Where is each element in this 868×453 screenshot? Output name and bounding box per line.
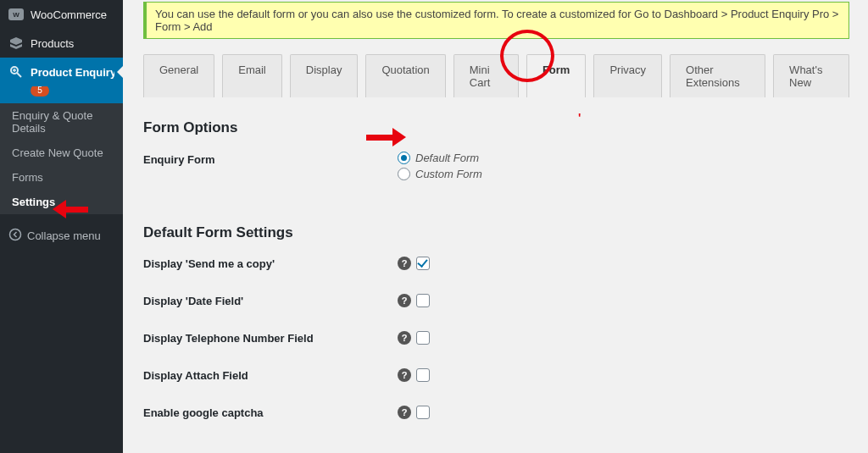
row-date-field: Display 'Date Field' ? bbox=[143, 294, 849, 307]
label-date-field: Display 'Date Field' bbox=[143, 295, 398, 307]
svg-line-3 bbox=[17, 73, 21, 77]
heading-default-form-settings: Default Form Settings bbox=[143, 224, 849, 241]
label-captcha: Enable google captcha bbox=[143, 406, 398, 419]
sidebar-sub-enquiry-details[interactable]: Enquiry & Quote Details bbox=[0, 103, 123, 141]
heading-form-options: Form Options bbox=[143, 119, 849, 136]
help-icon[interactable]: ? bbox=[398, 406, 411, 419]
tab-mini-cart[interactable]: Mini Cart bbox=[453, 54, 519, 97]
main-content: You can use the default form or you can … bbox=[123, 0, 868, 453]
sidebar-sub-settings[interactable]: Settings bbox=[0, 190, 123, 214]
checkbox-telephone-field[interactable] bbox=[416, 331, 430, 345]
checkbox-attach-field[interactable] bbox=[416, 368, 430, 382]
label-telephone-field: Display Telephone Number Field bbox=[143, 332, 398, 345]
sidebar-label: Products bbox=[31, 37, 74, 50]
collapse-label: Collapse menu bbox=[27, 229, 101, 242]
row-telephone-field: Display Telephone Number Field ? bbox=[143, 331, 849, 345]
radio-default-form[interactable] bbox=[398, 152, 410, 164]
row-google-captcha: Enable google captcha ? bbox=[143, 406, 849, 419]
row-attach-field: Display Attach Field ? bbox=[143, 368, 849, 382]
sidebar-label: Product Enquiry Pro bbox=[31, 66, 114, 79]
tab-quotation[interactable]: Quotation bbox=[365, 54, 445, 97]
radio-default-form-row[interactable]: Default Form bbox=[398, 152, 849, 164]
tab-display[interactable]: Display bbox=[290, 54, 359, 97]
help-icon[interactable]: ? bbox=[398, 331, 411, 345]
label-attach-field: Display Attach Field bbox=[143, 369, 398, 382]
help-icon[interactable]: ? bbox=[398, 294, 411, 307]
row-send-copy: Display 'Send me a copy' ? bbox=[143, 257, 849, 270]
sidebar-sub-forms[interactable]: Forms bbox=[0, 165, 123, 190]
annotation-mark: ' bbox=[578, 111, 581, 124]
row-enquiry-form: Enquiry Form Default Form Custom Form bbox=[143, 152, 849, 184]
tab-general[interactable]: General bbox=[143, 54, 214, 97]
radio-label: Default Form bbox=[415, 152, 479, 164]
collapse-menu-button[interactable]: Collapse menu bbox=[0, 221, 123, 251]
help-icon[interactable]: ? bbox=[398, 257, 411, 270]
sidebar-item-woocommerce[interactable]: W WooCommerce bbox=[0, 0, 123, 29]
admin-sidebar: W WooCommerce Products Product Enquiry P… bbox=[0, 0, 123, 453]
settings-tabs: General Email Display Quotation Mini Car… bbox=[143, 54, 849, 97]
notification-badge: 5 bbox=[31, 85, 49, 97]
tab-whats-new[interactable]: What's New bbox=[773, 54, 849, 97]
woocommerce-icon: W bbox=[8, 7, 24, 22]
svg-point-4 bbox=[10, 229, 21, 240]
checkbox-date-field[interactable] bbox=[416, 294, 430, 307]
radio-custom-form-row[interactable]: Custom Form bbox=[398, 168, 849, 180]
admin-screen: W WooCommerce Products Product Enquiry P… bbox=[0, 0, 868, 453]
products-icon bbox=[8, 36, 24, 51]
pep-icon bbox=[8, 64, 24, 80]
sidebar-label: WooCommerce bbox=[31, 8, 107, 21]
label-enquiry-form: Enquiry Form bbox=[143, 152, 398, 166]
tab-form[interactable]: Form bbox=[526, 54, 587, 97]
tab-other-extensions[interactable]: Other Extensions bbox=[670, 54, 765, 97]
radio-custom-form[interactable] bbox=[398, 168, 410, 180]
help-icon[interactable]: ? bbox=[398, 368, 411, 382]
radio-label: Custom Form bbox=[415, 168, 482, 180]
info-notice: You can use the default form or you can … bbox=[143, 2, 849, 39]
sidebar-sub-create-quote[interactable]: Create New Quote bbox=[0, 141, 123, 165]
tab-privacy[interactable]: Privacy bbox=[593, 54, 662, 97]
tab-email[interactable]: Email bbox=[222, 54, 282, 97]
checkbox-captcha[interactable] bbox=[416, 406, 430, 419]
label-send-copy: Display 'Send me a copy' bbox=[143, 257, 398, 270]
sidebar-item-product-enquiry-pro[interactable]: Product Enquiry Pro bbox=[0, 58, 123, 86]
svg-text:W: W bbox=[13, 11, 19, 19]
sidebar-item-products[interactable]: Products bbox=[0, 29, 123, 58]
checkbox-send-copy[interactable] bbox=[416, 257, 430, 270]
collapse-icon bbox=[8, 228, 22, 244]
